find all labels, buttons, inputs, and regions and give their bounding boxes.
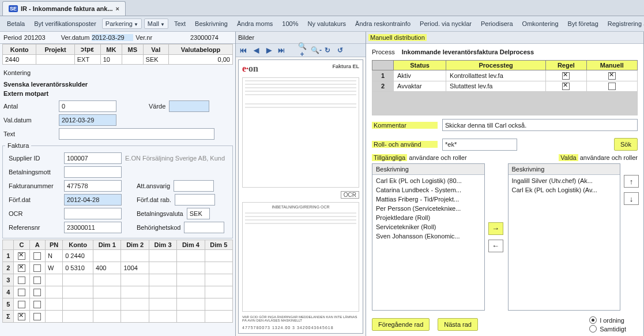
move-up-button[interactable]: ↑ — [624, 175, 639, 188]
konto-cell-projekt[interactable] — [36, 55, 74, 65]
supplier-field[interactable]: 100007 — [64, 152, 122, 164]
konto-cell-belopp[interactable]: 0,00 — [168, 55, 232, 65]
last-icon[interactable]: ⏭ — [277, 46, 285, 54]
kommentar-field[interactable]: Skickar denna till Carl också. — [442, 119, 638, 131]
vernr-field[interactable]: 23000074 — [190, 34, 232, 41]
konto-cell-otp[interactable]: EXT — [74, 55, 100, 65]
menu-period-via-nycklar[interactable]: Period. via nycklar — [416, 18, 475, 29]
ordning-label: I ordning — [600, 317, 624, 324]
selected-list[interactable]: Beskrivning Ingalill Silver (Utv.chef) (… — [508, 163, 621, 311]
move-right-button[interactable]: → — [488, 222, 503, 235]
konto-cell-mk[interactable]: 10 — [100, 55, 122, 65]
move-down-button[interactable]: ↓ — [624, 192, 639, 205]
checkbox[interactable] — [562, 83, 570, 90]
move-left-button[interactable]: ← — [488, 240, 503, 252]
invoice-logo: e·on — [242, 64, 258, 74]
next-icon[interactable]: ▶ — [265, 46, 273, 54]
konto-cell-konto[interactable]: 2440 — [3, 55, 36, 65]
menu-byt-verifikationsposter[interactable]: Byt verifikationsposter — [31, 18, 100, 29]
list-item[interactable]: Catarina Lundbeck - System... — [372, 185, 484, 195]
prev-row-button[interactable]: Föregående rad — [372, 318, 430, 331]
invoice-preview[interactable]: e·on Faktura EL OCR INBETALNING/GIRERING… — [238, 59, 363, 334]
menu-parkering[interactable]: Parkering▼ — [102, 18, 142, 29]
table-row[interactable]: 3 — [3, 274, 233, 286]
betmott-field[interactable] — [64, 166, 122, 178]
next-row-button[interactable]: Nästa rad — [438, 318, 478, 331]
forfrab-field[interactable] — [175, 194, 215, 206]
rotate-left-icon[interactable]: ↺ — [336, 46, 344, 54]
konto-cell-val[interactable]: SEK — [143, 55, 168, 65]
table-row[interactable]: 4 — [3, 286, 233, 298]
menu-ny-valutakurs[interactable]: Ny valutakurs — [304, 18, 349, 29]
menu-byt-f-retag[interactable]: Byt företag — [564, 18, 602, 29]
samtidigt-radio[interactable]: Samtidigt — [589, 325, 626, 333]
checkbox[interactable] — [608, 83, 616, 90]
checkbox[interactable] — [33, 252, 41, 260]
checkbox[interactable] — [18, 277, 25, 284]
antal-field[interactable]: 0 — [59, 100, 116, 112]
menu-periodisera[interactable]: Periodisera — [477, 18, 517, 29]
verdatum-field[interactable]: 2012-03-29 — [92, 34, 133, 41]
table-row[interactable]: 2W0 53104001004 — [3, 262, 233, 274]
zoom-in-icon[interactable]: 🔍+ — [298, 42, 306, 58]
sok-button[interactable]: Sök — [614, 138, 638, 151]
forf-field[interactable]: 2012-04-28 — [64, 194, 122, 206]
available-list[interactable]: Beskrivning Carl Ek (PL och Logistik) (8… — [372, 163, 485, 311]
list-item[interactable]: Servicetekniker (Roll) — [372, 222, 484, 232]
checkbox[interactable] — [33, 264, 41, 272]
window-tab[interactable]: SE IR - Inkommande faktura ank... × — [2, 1, 126, 16]
first-icon[interactable]: ⏮ — [239, 46, 247, 54]
checkbox[interactable] — [33, 277, 41, 284]
valdatum-field[interactable]: 2012-03-29 — [59, 114, 116, 126]
list-item[interactable]: Carl Ek (PL och Logistik) (Av... — [509, 185, 620, 195]
rotate-right-icon[interactable]: ↻ — [323, 46, 332, 54]
menu-betala[interactable]: Betala — [3, 18, 28, 29]
text-field[interactable] — [59, 128, 214, 140]
lines-h: Dim 3 — [149, 240, 176, 250]
beh-field[interactable] — [184, 222, 224, 233]
checkbox[interactable] — [33, 301, 41, 308]
ocr-field[interactable] — [64, 208, 122, 219]
list-item[interactable]: Sven Johansson (Ekonomic... — [372, 232, 484, 241]
checkbox[interactable] — [562, 72, 570, 80]
prev-icon[interactable]: ◀ — [252, 46, 260, 54]
menu-omkontering[interactable]: Omkontering — [519, 18, 562, 29]
checkbox[interactable] — [18, 301, 25, 308]
step-row[interactable]: 2AvvaktarSlutattest lev.fa — [372, 81, 638, 92]
menu-100-[interactable]: 100% — [278, 18, 302, 29]
checkbox[interactable] — [18, 289, 25, 296]
close-icon[interactable]: × — [116, 5, 119, 12]
supplier-label: Supplier ID — [9, 155, 61, 162]
attansv-field[interactable] — [174, 180, 214, 192]
checkbox[interactable] — [608, 72, 616, 80]
menu-beskrivning[interactable]: Beskrivning — [191, 18, 231, 29]
menu-registrering-av-doku[interactable]: Registrering av doku — [604, 18, 644, 29]
varde-field[interactable] — [169, 100, 209, 112]
konto-cell-ms[interactable] — [122, 55, 144, 65]
betval-field[interactable]: SEK — [187, 208, 210, 219]
zoom-out-icon[interactable]: 🔍- — [311, 46, 319, 54]
list-item[interactable]: Projektledare (Roll) — [372, 213, 484, 222]
list-item[interactable]: Mattias Friberg - Tid/Projekt... — [372, 195, 484, 204]
table-row[interactable]: 1N0 2440 — [3, 250, 233, 262]
checkbox[interactable] — [33, 289, 41, 296]
menu--ndra-moms[interactable]: Ändra moms — [234, 18, 276, 29]
table-row[interactable]: 5 — [3, 298, 233, 311]
checkbox[interactable] — [18, 264, 25, 272]
ref-field[interactable]: 23000011 — [64, 222, 122, 233]
roll-field[interactable]: *ek* — [442, 139, 517, 151]
step-row[interactable]: 1AktivKontrollattest lev.fa — [372, 70, 638, 81]
list-item[interactable]: Carl Ek (PL och Logistik) (80... — [372, 176, 484, 185]
lines-grid[interactable]: CAPNKontoDim 1Dim 2Dim 3Dim 4Dim 5 1N0 2… — [2, 240, 233, 323]
list-item[interactable]: Ingalill Silver (Utv.chef) (Ak... — [509, 176, 620, 185]
period-field[interactable]: 201203 — [24, 34, 59, 41]
ordning-radio[interactable]: I ordning — [589, 316, 626, 324]
process-steps-grid[interactable]: Status Processteg Regel Manuell 1AktivKo… — [372, 60, 638, 92]
menu-text[interactable]: Text — [171, 18, 189, 29]
menu-mall[interactable]: Mall▼ — [144, 18, 168, 29]
konto-h: Val — [143, 44, 168, 55]
menu--ndra-reskontrainfo[interactable]: Ändra reskontrainfo — [352, 18, 414, 29]
checkbox[interactable] — [18, 252, 25, 260]
faktnr-field[interactable]: 477578 — [64, 180, 122, 192]
list-item[interactable]: Per Persson (Servicetekniке... — [372, 204, 484, 213]
